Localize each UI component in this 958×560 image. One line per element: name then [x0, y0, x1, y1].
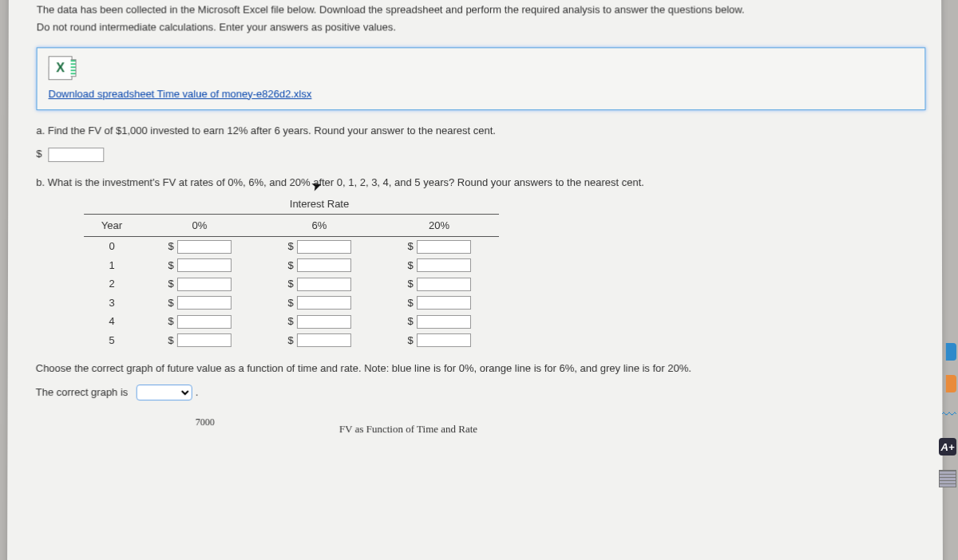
- fv-input[interactable]: [177, 258, 232, 272]
- year-cell: 1: [84, 256, 140, 274]
- side-aplus-icon[interactable]: A+: [939, 438, 956, 455]
- currency-symbol: $: [407, 315, 413, 327]
- answer-a-input[interactable]: [48, 148, 104, 162]
- fv-table: Interest Rate Year 0% 6% 20% 0$$$1$$$2$$…: [84, 195, 499, 349]
- fv-input[interactable]: [176, 333, 231, 347]
- fv-input[interactable]: [177, 240, 232, 254]
- fv-input[interactable]: [297, 333, 351, 347]
- fv-input[interactable]: [417, 333, 471, 347]
- file-download-box: X Download spreadsheet Time value of mon…: [36, 47, 925, 110]
- table-row: 4$$$: [84, 312, 499, 331]
- fv-cell: $: [259, 331, 379, 350]
- interest-rate-header: Interest Rate: [140, 195, 499, 214]
- currency-symbol: $: [287, 259, 293, 271]
- currency-symbol: $: [168, 259, 173, 271]
- table-row: 2$$$: [84, 274, 499, 294]
- chart-title: FV as Function of Time and Rate: [339, 423, 477, 436]
- graph-period: .: [196, 386, 199, 398]
- currency-symbol: $: [407, 297, 413, 309]
- excel-icon: X: [49, 56, 73, 80]
- fv-cell: $: [379, 331, 499, 350]
- fv-cell: $: [379, 256, 499, 274]
- table-row: 0$$$: [84, 237, 499, 256]
- rate-header-0: 0%: [140, 214, 259, 236]
- assignment-page: Money The data has been collected in the…: [7, 0, 943, 560]
- fv-input[interactable]: [177, 296, 232, 310]
- fv-input[interactable]: [177, 278, 232, 291]
- fv-input[interactable]: [297, 315, 351, 329]
- question-b: b. What is the investment's FV at rates …: [36, 175, 926, 349]
- currency-symbol: $: [36, 148, 42, 160]
- intro-line-1: The data has been collected in the Micro…: [37, 3, 925, 18]
- year-cell: 5: [84, 331, 140, 350]
- fv-table-wrap: Interest Rate Year 0% 6% 20% 0$$$1$$$2$$…: [84, 195, 926, 349]
- question-a: a. Find the FV of $1,000 invested to ear…: [36, 123, 925, 162]
- currency-symbol: $: [407, 259, 413, 271]
- chart-y-tick: 7000: [196, 416, 215, 428]
- fv-cell: $: [379, 294, 499, 313]
- currency-symbol: $: [168, 334, 173, 346]
- currency-symbol: $: [287, 278, 293, 290]
- intro-text: The data has been collected in the Micro…: [37, 3, 926, 36]
- fv-cell: $: [259, 294, 379, 313]
- currency-symbol: $: [287, 315, 293, 327]
- table-row: 1$$$: [84, 256, 499, 274]
- side-toolbar: 〰 A+: [939, 343, 958, 487]
- download-link[interactable]: Download spreadsheet Time value of money…: [49, 88, 914, 100]
- fv-input[interactable]: [417, 315, 471, 329]
- currency-symbol: $: [407, 334, 413, 346]
- graph-question: Choose the correct graph of future value…: [36, 361, 927, 400]
- side-doc-icon[interactable]: [939, 470, 956, 487]
- table-row: 5$$$: [84, 331, 499, 350]
- intro-line-2: Do not round intermediate calculations. …: [37, 20, 926, 35]
- graph-select[interactable]: [137, 385, 192, 400]
- question-a-prompt: a. Find the FV of $1,000 invested to ear…: [36, 123, 925, 138]
- fv-cell: $: [379, 312, 499, 331]
- currency-symbol: $: [168, 315, 173, 327]
- currency-symbol: $: [407, 240, 413, 252]
- fv-cell: $: [259, 312, 379, 331]
- fv-input[interactable]: [417, 258, 471, 272]
- fv-table-body: 0$$$1$$$2$$$3$$$4$$$5$$$: [84, 237, 499, 350]
- fv-cell: $: [140, 237, 259, 256]
- currency-symbol: $: [168, 297, 173, 309]
- year-cell: 3: [84, 294, 140, 313]
- currency-symbol: $: [287, 297, 293, 309]
- fv-cell: $: [140, 274, 259, 294]
- graph-answer-prefix: The correct graph is: [36, 386, 129, 398]
- fv-cell: $: [140, 312, 259, 331]
- currency-symbol: $: [287, 334, 293, 346]
- fv-input[interactable]: [297, 240, 351, 254]
- year-cell: 0: [84, 237, 140, 256]
- rate-header-2: 20%: [379, 214, 499, 236]
- side-icon-orange[interactable]: [939, 375, 956, 392]
- fv-input[interactable]: [176, 315, 231, 329]
- fv-input[interactable]: [297, 296, 351, 310]
- fv-input[interactable]: [417, 240, 471, 254]
- year-cell: 4: [84, 312, 140, 331]
- fv-cell: $: [140, 294, 259, 313]
- question-b-prompt: b. What is the investment's FV at rates …: [36, 175, 926, 190]
- fv-cell: $: [259, 274, 379, 294]
- table-row: 3$$$: [84, 294, 499, 313]
- side-icon-blue[interactable]: [939, 343, 956, 361]
- fv-cell: $: [259, 237, 379, 256]
- fv-cell: $: [259, 256, 379, 274]
- currency-symbol: $: [407, 278, 413, 290]
- currency-symbol: $: [287, 240, 293, 252]
- fv-input[interactable]: [297, 278, 351, 291]
- fv-cell: $: [140, 256, 259, 274]
- fv-cell: $: [140, 331, 259, 350]
- currency-symbol: $: [168, 278, 173, 290]
- side-wave-icon[interactable]: 〰: [942, 407, 956, 424]
- fv-cell: $: [379, 237, 499, 256]
- year-header: Year: [84, 214, 140, 236]
- fv-input[interactable]: [417, 296, 471, 310]
- currency-symbol: $: [168, 240, 173, 252]
- graph-instruction: Choose the correct graph of future value…: [36, 361, 927, 377]
- fv-cell: $: [379, 274, 499, 294]
- rate-header-1: 6%: [259, 214, 379, 236]
- fv-input[interactable]: [297, 258, 351, 272]
- fv-input[interactable]: [417, 278, 471, 291]
- year-cell: 2: [84, 274, 140, 294]
